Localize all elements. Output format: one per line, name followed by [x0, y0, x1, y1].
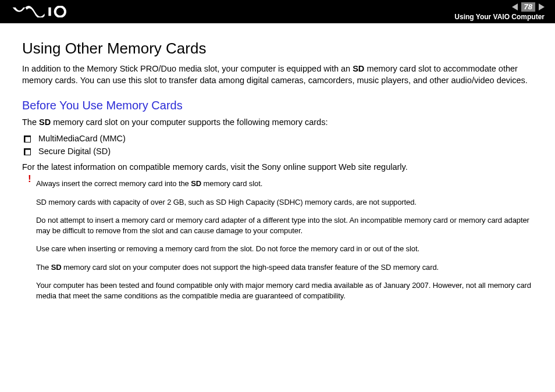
supports-post: memory card slot on your computer suppor…	[51, 117, 328, 127]
warning-item: SD memory cards with capacity of over 2 …	[36, 197, 536, 208]
intro-bold-sd: SD	[353, 64, 364, 73]
svg-point-1	[55, 6, 65, 16]
supports-bold: SD	[39, 117, 51, 127]
svg-rect-0	[48, 8, 51, 16]
list-item: MultiMediaCard (MMC)	[22, 132, 536, 145]
warn1-post: memory card slot.	[201, 179, 262, 188]
memory-card-list: MultiMediaCard (MMC) Secure Digital (SD)	[22, 132, 536, 158]
vaio-logo-icon	[12, 6, 70, 17]
warn5-pre: The	[36, 263, 51, 272]
warning-item: Do not attempt to insert a memory card o…	[36, 215, 536, 236]
warning-icon: !	[28, 173, 31, 185]
page-title: Using Other Memory Cards	[22, 40, 536, 58]
page-number: 78	[521, 2, 535, 12]
warning-block: ! Always insert the correct memory card …	[36, 179, 536, 301]
header-bar: 78 Using Your VAIO Computer	[0, 0, 555, 23]
latest-info-text: For the latest information on compatible…	[22, 162, 536, 172]
page-content: Using Other Memory Cards In addition to …	[0, 23, 555, 301]
warning-item: Always insert the correct memory card in…	[36, 179, 536, 189]
section-subheading: Before You Use Memory Cards	[22, 99, 536, 112]
list-item: Secure Digital (SD)	[22, 145, 536, 158]
intro-text-pre: In addition to the Memory Stick PRO/Duo …	[22, 64, 353, 73]
warning-item: The SD memory card slot on your computer…	[36, 262, 536, 273]
warning-item: Your computer has been tested and found …	[36, 280, 536, 301]
warning-item: Use care when inserting or removing a me…	[36, 244, 536, 254]
warn5-bold: SD	[51, 263, 62, 272]
header-right: 78 Using Your VAIO Computer	[454, 2, 545, 21]
warn1-bold: SD	[191, 179, 201, 188]
next-page-icon[interactable]	[539, 3, 545, 10]
page-nav: 78	[512, 2, 545, 12]
supports-pre: The	[22, 117, 39, 127]
prev-page-icon[interactable]	[512, 3, 518, 10]
warn1-pre: Always insert the correct memory card in…	[36, 179, 191, 188]
supports-text: The SD memory card slot on your computer…	[22, 117, 536, 127]
intro-paragraph: In addition to the Memory Stick PRO/Duo …	[22, 63, 536, 86]
breadcrumb: Using Your VAIO Computer	[454, 13, 545, 21]
warn5-post: memory card slot on your computer does n…	[61, 263, 439, 272]
